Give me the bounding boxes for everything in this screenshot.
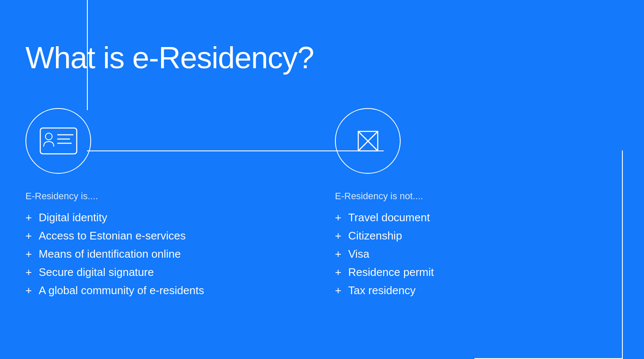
- list-item-text: Access to Estonian e-services: [39, 229, 186, 242]
- id-card-icon: [39, 127, 78, 155]
- plus-icon: +: [335, 248, 341, 261]
- list-item-text: Travel document: [348, 211, 430, 224]
- right-column: E-Residency is not.... + Travel document…: [335, 108, 434, 302]
- list-item-text: Residence permit: [348, 266, 434, 279]
- right-section-intro: E-Residency is not....: [335, 191, 434, 202]
- left-column: E-Residency is.... + Digital identity + …: [25, 108, 204, 302]
- plus-icon: +: [25, 229, 32, 242]
- list-item: + Means of identification online: [25, 248, 204, 261]
- plus-icon: +: [335, 211, 341, 224]
- list-item: + Secure digital signature: [25, 266, 204, 279]
- plus-icon: +: [25, 248, 32, 261]
- list-item: + Tax residency: [335, 284, 434, 297]
- svg-rect-0: [40, 128, 77, 154]
- list-item: + Travel document: [335, 211, 434, 224]
- list-item: + Digital identity: [25, 211, 204, 224]
- list-item: + Access to Estonian e-services: [25, 229, 204, 242]
- right-list: + Travel document + Citizenship + Visa +…: [335, 211, 434, 297]
- list-item-text: Digital identity: [39, 211, 107, 224]
- list-item-text: Citizenship: [348, 229, 402, 242]
- list-item: + Citizenship: [335, 229, 434, 242]
- list-item: + Residence permit: [335, 266, 434, 279]
- list-item: + A global community of e-residents: [25, 284, 204, 297]
- page-title: What is e-Residency?: [25, 40, 314, 75]
- list-item-text: Means of identification online: [39, 248, 181, 261]
- xbox-circle-icon: [335, 108, 401, 174]
- plus-icon: +: [335, 229, 341, 242]
- left-section-intro: E-Residency is....: [25, 191, 204, 202]
- svg-point-1: [45, 133, 52, 140]
- plus-icon: +: [335, 266, 341, 279]
- list-item-text: A global community of e-residents: [39, 284, 204, 297]
- plus-icon: +: [25, 211, 32, 224]
- list-item-text: Visa: [348, 248, 369, 261]
- right-border-vertical: [622, 150, 623, 359]
- plus-icon: +: [335, 284, 341, 297]
- list-item-text: Secure digital signature: [39, 266, 154, 279]
- list-item-text: Tax residency: [348, 284, 415, 297]
- id-card-circle-icon: [25, 108, 91, 174]
- left-list: + Digital identity + Access to Estonian …: [25, 211, 204, 297]
- plus-icon: +: [25, 284, 32, 297]
- plus-icon: +: [25, 266, 32, 279]
- page-container: What is e-Residency? E-Residency is.... …: [0, 0, 644, 359]
- list-item: + Visa: [335, 248, 434, 261]
- xbox-icon: [353, 126, 383, 156]
